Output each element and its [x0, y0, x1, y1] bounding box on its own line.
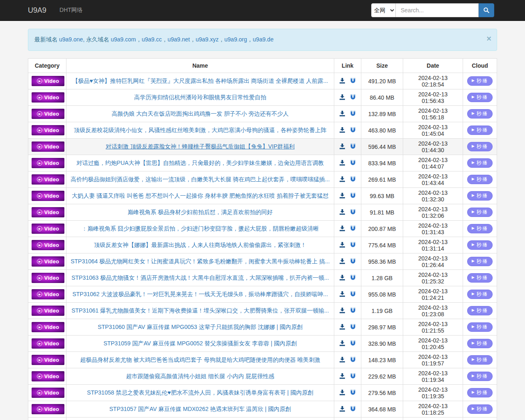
torrent-title-link[interactable]: STP31057 国产AV 麻豆传媒 MDX0262 艳遇末班列车 温芮欣 | …: [110, 406, 291, 412]
download-icon[interactable]: [339, 242, 345, 248]
download-icon[interactable]: [339, 258, 345, 264]
video-category-badge[interactable]: ▶ Video: [32, 388, 64, 398]
download-icon[interactable]: [339, 307, 345, 313]
download-icon[interactable]: [339, 340, 345, 346]
download-icon[interactable]: [339, 406, 345, 412]
magnet-icon[interactable]: [350, 192, 356, 199]
torrent-title-link[interactable]: STP31063 极品尤物骚女！酒店开房激情大战！大黑牛自慰淫水直流，大屌深喉插…: [71, 274, 329, 281]
torrent-title-link[interactable]: 高学历海归情侣杭州潘玲玲和眼镜男友日常性爱自拍: [134, 94, 266, 100]
download-icon[interactable]: [339, 291, 345, 297]
video-category-badge[interactable]: ▶ Video: [32, 289, 64, 299]
magnet-icon[interactable]: [350, 94, 356, 100]
domain-link-net[interactable]: u9a9.net: [168, 36, 190, 43]
magnet-icon[interactable]: [350, 340, 356, 346]
magnet-icon[interactable]: [350, 324, 356, 330]
torrent-title-link[interactable]: 大奶人妻 骚逼又痒啦 叫爸爸 想不想叫个人一起操你 身材丰腴 肥鲍鱼抠的水狂喷 …: [72, 192, 328, 199]
video-category-badge[interactable]: ▶ Video: [32, 404, 64, 414]
video-category-badge[interactable]: ▶ Video: [32, 109, 64, 119]
instant-play-button[interactable]: ▶ 秒播: [467, 191, 493, 201]
download-icon[interactable]: [339, 78, 345, 84]
video-category-badge[interactable]: ▶ Video: [32, 338, 64, 349]
instant-play-button[interactable]: ▶ 秒播: [467, 158, 493, 168]
magnet-icon[interactable]: [350, 225, 356, 231]
magnet-icon[interactable]: [350, 373, 356, 379]
video-category-badge[interactable]: ▶ Video: [32, 125, 64, 135]
download-icon[interactable]: [339, 110, 345, 116]
instant-play-button[interactable]: ▶ 秒播: [467, 322, 493, 332]
instant-play-button[interactable]: ▶ 秒播: [467, 306, 493, 315]
torrent-title-link[interactable]: 顶级反差校花级清纯小仙女，风骚性感红丝唯美刺激，大鸡巴塞满小母狗的骚逼，各种姿势…: [74, 127, 326, 133]
download-icon[interactable]: [339, 274, 345, 281]
torrent-title-link[interactable]: STP31058 禁忌之爱表兄妹乱伦♥肥水不流外人田，风骚表妹引诱单身富有表哥 …: [87, 389, 313, 396]
search-button[interactable]: [479, 3, 494, 17]
torrent-title-link[interactable]: 对话过瘾，约炮PUA大神【雷思】自拍精选，只肏最好的，美少妇学妹生嫩媄，边肏边用…: [77, 160, 324, 166]
download-icon[interactable]: [339, 389, 345, 395]
brand-link[interactable]: U9A9: [28, 6, 46, 15]
magnet-icon[interactable]: [350, 389, 356, 395]
torrent-title-link[interactable]: 超市跟随偷窥高颜值清纯小姐姐 细长腿 小内内 屁屁很性感: [126, 373, 274, 379]
torrent-title-link[interactable]: STP31064 极品尤物网红美女！让闺蜜道具玩穴！紧致多毛粉嫩翻开，闺蜜拿大黑…: [71, 258, 330, 265]
domain-link-cc[interactable]: u9a9.cc: [142, 36, 162, 43]
magnet-icon[interactable]: [350, 406, 356, 412]
video-category-badge[interactable]: ▶ Video: [32, 306, 64, 316]
download-icon[interactable]: [339, 324, 345, 330]
torrent-title-link[interactable]: 巅峰视角系 极品身材少妇前拍后怼，满足喜欢前拍的同好: [128, 209, 273, 215]
download-icon[interactable]: [339, 127, 345, 133]
instant-play-button[interactable]: ▶ 秒播: [467, 372, 493, 381]
download-icon[interactable]: [339, 192, 345, 199]
magnet-icon[interactable]: [350, 127, 356, 133]
magnet-icon[interactable]: [350, 110, 356, 116]
instant-play-button[interactable]: ▶ 秒播: [467, 388, 493, 397]
video-category-badge[interactable]: ▶ Video: [32, 158, 64, 168]
video-category-badge[interactable]: ▶ Video: [32, 207, 64, 217]
domain-link-one[interactable]: u9a9.one,: [59, 36, 84, 43]
torrent-title-link[interactable]: 对话刺激 顶级反差露脸女神！蜂腰桃子臀极品气质御姐【兔兔】VIP群福利: [106, 143, 294, 150]
domain-link-xyz[interactable]: u9a9.xyz: [196, 36, 219, 43]
video-category-badge[interactable]: ▶ Video: [32, 371, 64, 381]
instant-play-button[interactable]: ▶ 秒播: [467, 240, 493, 250]
download-icon[interactable]: [339, 94, 345, 100]
instant-play-button[interactable]: ▶ 秒播: [467, 404, 493, 414]
torrent-title-link[interactable]: ：巅峰视角系 囧少妇撅屁股全景后拍，少妇进门秒变囧字脸，撅起大屁股，阴唇粉嫩超级…: [82, 225, 319, 232]
magnet-icon[interactable]: [350, 209, 356, 215]
video-category-badge[interactable]: ▶ Video: [32, 240, 64, 250]
torrent-title-link[interactable]: 超极品身材反差尤物 被大鸡巴爸爸当成鸡巴套子 母狗就是给大鸡吧随便使用的肉便器 …: [80, 356, 320, 363]
video-category-badge[interactable]: ▶ Video: [32, 174, 64, 185]
magnet-icon[interactable]: [350, 258, 356, 264]
instant-play-button[interactable]: ▶ 秒播: [467, 93, 493, 102]
video-category-badge[interactable]: ▶ Video: [32, 273, 64, 283]
download-icon[interactable]: [339, 143, 345, 149]
torrent-title-link[interactable]: 高价约极品御姐到酒店做爱，这输出一流顶级，白嫩美乳大长腿 骑在鸡巴上起伏套弄，噗…: [71, 176, 330, 183]
video-category-badge[interactable]: ▶ Video: [32, 92, 64, 103]
download-icon[interactable]: [339, 373, 345, 379]
torrent-title-link[interactable]: STP31059 国产AV 麻豆传媒 MPG0052 替父亲操骚新女友 李蓉蓉 …: [103, 340, 297, 347]
magnet-icon[interactable]: [350, 356, 356, 363]
torrent-title-link[interactable]: 顶级反差女神【娜娜】最新露出挑战，人来人往商场地铁人前偷偷露出，紧张刺激！: [94, 242, 306, 248]
instant-play-button[interactable]: ▶ 秒播: [467, 126, 493, 135]
torrent-title-link[interactable]: STP31061 爆乳尤物颜值美女！近期下海收费操逼！埋头深喉口交，大肥臀骑乘位…: [71, 307, 329, 314]
torrent-title-link[interactable]: STP31062 大波波极品豪乳！一对巨乳晃来晃去！一线天无毛馒头B，振动棒摩蹭…: [72, 291, 328, 297]
search-input[interactable]: [396, 3, 479, 17]
video-category-badge[interactable]: ▶ Video: [32, 224, 64, 234]
magnet-icon[interactable]: [350, 307, 356, 313]
torrent-title-link[interactable]: 高颜伪娘 大白天在饭店吃面掏出鸡鸡撸一发 胆子不小 旁边还有不少人: [112, 110, 289, 117]
download-icon[interactable]: [339, 176, 345, 182]
instant-play-button[interactable]: ▶ 秒播: [467, 109, 493, 119]
download-icon[interactable]: [339, 160, 345, 166]
magnet-icon[interactable]: [350, 176, 356, 182]
instant-play-button[interactable]: ▶ 秒播: [467, 273, 493, 283]
instant-play-button[interactable]: ▶ 秒播: [467, 208, 493, 217]
magnet-icon[interactable]: [350, 291, 356, 297]
video-category-badge[interactable]: ▶ Video: [32, 142, 64, 152]
torrent-title-link[interactable]: STP31060 国产AV 麻豆传媒 MPG0053 这辈子只能抓我的胸部 沈娜…: [98, 324, 303, 330]
magnet-icon[interactable]: [350, 78, 356, 84]
domain-link-com[interactable]: u9a9.com: [111, 36, 136, 43]
video-category-badge[interactable]: ▶ Video: [32, 355, 64, 365]
domain-link-de[interactable]: u9a9.de: [253, 36, 274, 43]
instant-play-button[interactable]: ▶ 秒播: [467, 355, 493, 365]
torrent-title-link[interactable]: 【极品♥女神】推特巨乳网红『芙烈亚』大尺度露出私拍 各种场所露出 商场街道 全裸…: [72, 78, 328, 84]
download-icon[interactable]: [339, 225, 345, 231]
instant-play-button[interactable]: ▶ 秒播: [467, 257, 493, 266]
instant-play-button[interactable]: ▶ 秒播: [467, 224, 493, 233]
magnet-icon[interactable]: [350, 274, 356, 281]
